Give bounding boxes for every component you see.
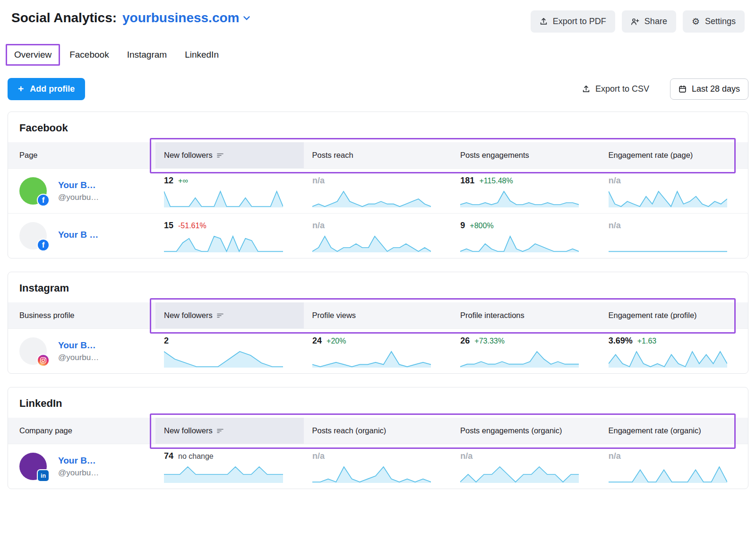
profile-handle: @yourbu…	[58, 193, 99, 202]
export-csv-button[interactable]: Export to CSV	[579, 84, 652, 95]
facebook-icon: f	[37, 239, 50, 251]
sparkline	[609, 465, 727, 483]
column-header-new-followers[interactable]: New followers	[155, 418, 304, 444]
column-header-label: New followers	[164, 311, 213, 320]
metric-cell-new-followers: 2	[155, 329, 304, 373]
sparkline	[312, 465, 431, 483]
metric-cell-posts-engagements-organic: n/a	[452, 444, 600, 489]
table-row: f Your B… @yourbu… 12+∞ n/a 181+115.48% …	[8, 168, 748, 213]
page-title-label: Social Analytics:	[11, 10, 117, 26]
metric-cell-new-followers: 12+∞	[155, 169, 304, 213]
profile-link[interactable]: Your B …	[58, 230, 98, 240]
metric-cell-posts-reach-organic: n/a	[304, 444, 452, 489]
export-csv-label: Export to CSV	[595, 84, 649, 94]
sparkline	[609, 189, 727, 207]
column-header-new-followers[interactable]: New followers	[155, 142, 304, 168]
metric-value: n/a	[312, 176, 325, 186]
profile-cell: in Your B… @yourbu…	[8, 444, 155, 489]
profile-cell: Your B… @yourbu…	[8, 329, 155, 373]
tab-bar: Overview Facebook Instagram LinkedIn	[0, 33, 756, 66]
settings-button[interactable]: ⚙ Settings	[683, 10, 745, 33]
calendar-icon	[679, 85, 687, 93]
export-pdf-label: Export to PDF	[553, 17, 606, 26]
column-header-label: New followers	[164, 426, 213, 435]
section-title: Instagram	[8, 272, 748, 302]
profile-link[interactable]: Your B…	[58, 456, 99, 466]
sparkline	[609, 350, 727, 368]
sparkline	[312, 234, 431, 252]
column-header-profile-views[interactable]: Profile views	[304, 302, 452, 328]
profile-handle: @yourbu…	[58, 468, 99, 478]
metric-value: 3.69%	[609, 336, 633, 346]
sort-icon	[217, 153, 223, 158]
column-header-engagement-rate[interactable]: Engagement rate (profile)	[600, 302, 748, 328]
profile-cell: f Your B… @yourbu…	[8, 169, 155, 213]
column-header-engagement-rate[interactable]: Engagement rate (page)	[600, 142, 748, 168]
linkedin-icon: in	[37, 469, 50, 482]
add-profile-button[interactable]: + Add profile	[8, 78, 85, 100]
page-title: Social Analytics: yourbusiness.com	[11, 10, 250, 26]
table-row: f Your B … 15-51.61% n/a 9+800% n/a	[8, 213, 748, 258]
metric-cell-new-followers: 15-51.61%	[155, 214, 304, 258]
sparkline	[609, 234, 727, 252]
tab-linkedin[interactable]: LinkedIn	[176, 44, 227, 66]
linkedin-section: LinkedIn Company page New followers Post…	[8, 387, 748, 489]
export-pdf-button[interactable]: Export to PDF	[531, 10, 615, 33]
metric-value: 12	[164, 176, 173, 186]
domain-name: yourbusiness.com	[122, 10, 239, 26]
sparkline	[460, 189, 579, 207]
date-range-label: Last 28 days	[692, 84, 740, 94]
metric-cell-posts-reach: n/a	[304, 214, 452, 258]
sparkline	[460, 350, 579, 368]
metric-cell-posts-engagements: 181+115.48%	[452, 169, 600, 213]
settings-label: Settings	[705, 17, 736, 26]
metric-cell-engagement-rate: 3.69%+1.63	[600, 329, 748, 373]
section-title: LinkedIn	[8, 387, 748, 418]
metric-delta: +1.63	[637, 337, 656, 345]
facebook-table-header: Page New followers Posts reach Posts eng…	[8, 142, 748, 168]
column-header-profile-interactions[interactable]: Profile interactions	[452, 302, 600, 328]
column-header-business-profile: Business profile	[8, 302, 155, 328]
column-header-label: New followers	[164, 151, 213, 160]
column-header-new-followers[interactable]: New followers	[155, 302, 304, 328]
domain-selector[interactable]: yourbusiness.com	[122, 10, 250, 26]
column-header-posts-engagements-organic[interactable]: Posts engagements (organic)	[452, 418, 600, 444]
facebook-icon: f	[37, 194, 50, 206]
header-actions: Export to PDF Share ⚙ Settings	[531, 10, 745, 33]
share-label: Share	[644, 17, 667, 26]
tab-facebook[interactable]: Facebook	[61, 44, 117, 66]
profile-link[interactable]: Your B…	[58, 180, 99, 190]
column-header-posts-reach[interactable]: Posts reach	[304, 142, 452, 168]
column-header-page: Page	[8, 142, 155, 168]
table-row: Your B… @yourbu… 2 24+20% 26+73.33% 3.69…	[8, 328, 748, 373]
instagram-table-header: Business profile New followers Profile v…	[8, 302, 748, 328]
chevron-down-icon	[243, 16, 250, 20]
metric-delta: +∞	[178, 177, 188, 185]
tab-overview[interactable]: Overview	[6, 44, 60, 66]
metric-value: n/a	[312, 451, 325, 461]
column-header-posts-engagements[interactable]: Posts engagements	[452, 142, 600, 168]
tab-instagram[interactable]: Instagram	[119, 44, 175, 66]
metric-value: n/a	[609, 221, 621, 231]
avatar: f	[19, 177, 47, 205]
metric-delta: +115.48%	[479, 177, 513, 185]
metric-value: n/a	[609, 451, 621, 461]
linkedin-table-header: Company page New followers Posts reach (…	[8, 418, 748, 444]
metric-value: n/a	[460, 451, 472, 461]
sparkline	[164, 189, 283, 207]
metric-value: 181	[460, 176, 474, 186]
share-button[interactable]: Share	[622, 10, 676, 33]
column-header-engagement-rate-organic[interactable]: Engagement rate (organic)	[600, 418, 748, 444]
column-header-posts-reach-organic[interactable]: Posts reach (organic)	[304, 418, 452, 444]
profile-handle: @yourbu…	[58, 353, 99, 362]
metric-cell-engagement-rate: n/a	[600, 169, 748, 213]
table-row: in Your B… @yourbu… 74no change n/a n/a …	[8, 444, 748, 489]
metric-value: n/a	[609, 176, 621, 186]
sparkline	[312, 189, 431, 207]
date-range-button[interactable]: Last 28 days	[670, 78, 748, 100]
metric-delta: +20%	[326, 337, 346, 345]
avatar	[19, 337, 47, 365]
metric-delta: +73.33%	[474, 337, 505, 345]
metric-cell-posts-engagements: 9+800%	[452, 214, 600, 258]
profile-link[interactable]: Your B…	[58, 340, 99, 351]
